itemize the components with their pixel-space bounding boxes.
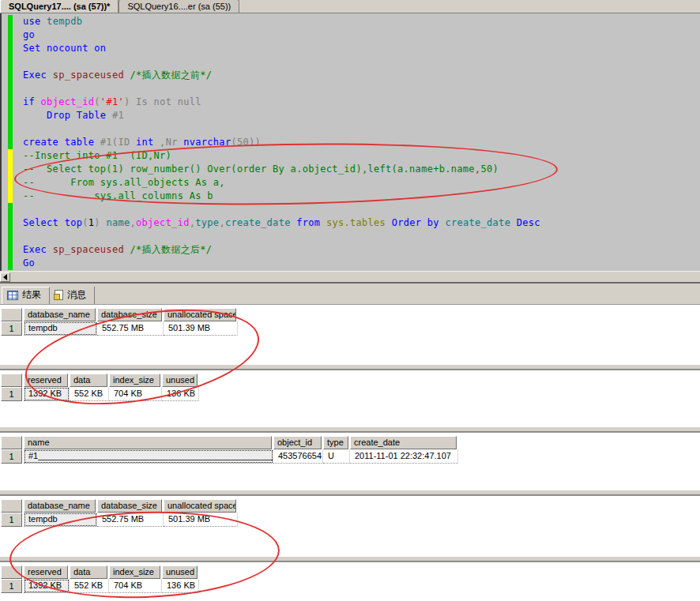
sql-editor[interactable]: use tempdbgoSet nocount on Exec sp_space… — [0, 13, 700, 271]
grid-column-header[interactable]: database_name — [24, 308, 96, 321]
grid-cell[interactable]: 704 KB — [109, 579, 162, 593]
grid-row-header[interactable]: 1 — [1, 387, 22, 401]
grid-cell[interactable]: 552 KB — [70, 579, 109, 593]
code-line — [23, 230, 700, 243]
grid-column-header[interactable]: create_date — [350, 436, 457, 449]
code-line: Exec sp_spaceused /*插入数据之后*/ — [23, 243, 700, 257]
grid-header-row: reserveddataindex_sizeunused — [1, 374, 700, 387]
grid-column-header[interactable]: database_size — [97, 499, 162, 513]
grid-column-header[interactable]: data — [70, 565, 107, 579]
grid-data-row: 11392 KB552 KB704 KB136 KB — [1, 387, 700, 401]
grid-column-header[interactable]: reserved — [24, 374, 68, 387]
grid-cell[interactable]: 2011-11-01 22:32:47.107 — [350, 449, 458, 464]
grid-corner-cell[interactable] — [1, 308, 22, 321]
grid-corner-cell[interactable] — [1, 499, 22, 513]
results-tab-label: 消息 — [67, 288, 86, 302]
grid-cell[interactable]: 552 KB — [70, 387, 109, 401]
grid-cell[interactable]: 1392 KB — [24, 387, 70, 401]
results-grid-icon — [7, 291, 18, 300]
code-line: create table #1(ID int ,Nr nvarchar(50)) — [23, 136, 700, 149]
results-tab-label: 结果 — [22, 288, 41, 302]
scroll-left-button[interactable] — [0, 272, 10, 282]
left-arrow-icon — [0, 274, 7, 280]
change-bar — [8, 203, 13, 270]
grid-cell[interactable]: 136 KB — [162, 579, 199, 593]
grid-corner-cell[interactable] — [1, 374, 22, 387]
grid-cell[interactable]: tempdb — [24, 321, 97, 336]
result-grid-panel: reserveddataindex_sizeunused11392 KB552 … — [0, 562, 700, 601]
grid-column-header[interactable]: database_size — [97, 308, 162, 321]
code-line: --Insert into #1 (ID,Nr) — [23, 149, 700, 163]
code-line: Exec sp_spaceused /*插入数据之前*/ — [23, 69, 700, 82]
grid-column-header[interactable]: data — [70, 374, 107, 387]
result-grid-panel: reserveddataindex_sizeunused11392 KB552 … — [0, 370, 700, 426]
grid-splitter[interactable] — [0, 556, 700, 562]
grid-header-row: database_namedatabase_sizeunallocated sp… — [1, 308, 700, 321]
grid-row-header[interactable]: 1 — [1, 513, 22, 527]
code-line: go — [23, 28, 700, 42]
grid-corner-cell[interactable] — [1, 565, 22, 579]
editor-tab[interactable]: SQLQuery16....er (sa (55)) — [119, 0, 239, 13]
results-tabbar: 结果消息 — [0, 282, 700, 304]
grid-splitter[interactable] — [0, 364, 700, 370]
results-area: database_namedatabase_sizeunallocated sp… — [0, 304, 700, 601]
grid-header-row: nameobject_idtypecreate_date — [1, 436, 700, 449]
code-line — [23, 55, 700, 69]
result-grid-panel: database_namedatabase_sizeunallocated sp… — [0, 304, 700, 364]
results-tab[interactable]: 消息 — [50, 287, 95, 304]
grid-row-header[interactable]: 1 — [1, 579, 22, 593]
messages-icon — [55, 290, 63, 300]
grid-cell[interactable]: 501.39 MB — [164, 321, 238, 336]
grid-column-header[interactable]: index_size — [109, 374, 160, 387]
editor-tabbar: SQLQuery17.... (sa (57))*SQLQuery16....e… — [0, 0, 700, 13]
grid-cell[interactable]: 453576654 — [273, 449, 323, 464]
code-line: if object_id('#1') Is not null — [23, 96, 700, 109]
grid-cell[interactable]: 704 KB — [109, 387, 162, 401]
grid-column-header[interactable]: unused — [162, 374, 198, 387]
grid-cell[interactable]: #1______________________________________… — [24, 449, 273, 464]
code-line — [23, 122, 700, 136]
grid-column-header[interactable]: name — [24, 436, 272, 449]
ssms-window: SQLQuery17.... (sa (57))*SQLQuery16....e… — [0, 0, 700, 601]
grid-data-row: 1tempdb552.75 MB501.39 MB — [1, 321, 700, 336]
editor-tab[interactable]: SQLQuery17.... (sa (57))* — [0, 0, 119, 13]
grid-column-header[interactable]: unused — [162, 565, 198, 579]
code-line: Go — [23, 257, 700, 270]
change-bar — [8, 149, 13, 203]
code-line: -- From sys.all_objects As a, — [23, 176, 700, 190]
code-area[interactable]: use tempdbgoSet nocount on Exec sp_space… — [23, 15, 700, 270]
code-line: Set nocount on — [23, 42, 700, 55]
grid-data-row: 1tempdb552.75 MB501.39 MB — [1, 513, 700, 527]
grid-cell[interactable]: U — [323, 449, 350, 464]
grid-header-row: database_namedatabase_sizeunallocated sp… — [1, 499, 700, 513]
result-grid-panel: database_namedatabase_sizeunallocated sp… — [0, 495, 700, 556]
grid-splitter[interactable] — [0, 426, 700, 432]
code-line: Drop Table #1 — [23, 109, 700, 122]
grid-cell[interactable]: tempdb — [24, 513, 97, 527]
change-gutter — [8, 15, 13, 270]
grid-column-header[interactable]: index_size — [109, 565, 160, 579]
grid-corner-cell[interactable] — [1, 436, 22, 449]
grid-cell[interactable]: 136 KB — [162, 387, 199, 401]
code-line: Select top(1) name,object_id,type,create… — [23, 216, 700, 230]
grid-cell[interactable]: 501.39 MB — [164, 513, 238, 527]
grid-column-header[interactable]: type — [323, 436, 348, 449]
grid-cell[interactable]: 1392 KB — [24, 579, 70, 593]
grid-cell[interactable]: 552.75 MB — [97, 321, 164, 336]
grid-row-header[interactable]: 1 — [1, 321, 22, 336]
grid-column-header[interactable]: unallocated space — [164, 499, 236, 513]
grid-splitter[interactable] — [0, 490, 700, 495]
grid-row-header[interactable]: 1 — [1, 449, 22, 464]
grid-column-header[interactable]: database_name — [24, 499, 96, 513]
code-line — [23, 203, 700, 216]
code-line: -- Select top(1) row_number() Over(order… — [23, 163, 700, 176]
code-line — [23, 82, 700, 96]
editor-horizontal-scrollbar[interactable] — [0, 271, 700, 282]
grid-column-header[interactable]: object_id — [273, 436, 322, 449]
grid-cell[interactable]: 552.75 MB — [97, 513, 164, 527]
grid-column-header[interactable]: unallocated space — [164, 308, 236, 321]
result-grid-panel: nameobject_idtypecreate_date1#1_________… — [0, 432, 700, 490]
results-tab[interactable]: 结果 — [2, 287, 50, 304]
grid-data-row: 1#1_____________________________________… — [1, 449, 700, 464]
grid-column-header[interactable]: reserved — [24, 565, 68, 579]
